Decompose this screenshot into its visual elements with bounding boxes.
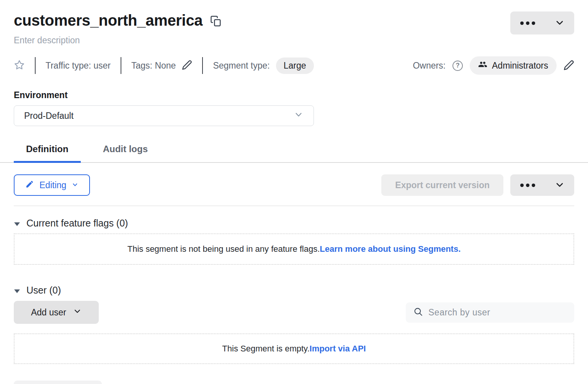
meta-row: Traffic type: user Tags: None Segment ty… (14, 57, 574, 74)
environment-selected-value: Prod-Default (24, 111, 74, 121)
edit-tags-button[interactable] (182, 60, 192, 71)
add-user-label: Add user (31, 307, 66, 318)
feature-flags-section-title: Current feature flags (0) (26, 218, 128, 229)
feature-flags-section-toggle[interactable]: Current feature flags (0) (14, 218, 128, 229)
environment-select[interactable]: Prod-Default (14, 105, 314, 126)
help-icon[interactable]: ? (452, 61, 463, 71)
segment-detail-page: customers_north_america Enter descriptio… (0, 0, 588, 384)
tags-label: Tags: None (131, 61, 176, 71)
description-placeholder[interactable]: Enter description (14, 35, 222, 46)
cut-off-element (14, 381, 102, 384)
editing-status-button[interactable]: Editing (14, 174, 90, 196)
chevron-down-icon (294, 110, 304, 122)
header: customers_north_america Enter descriptio… (14, 0, 574, 46)
title-block: customers_north_america Enter descriptio… (14, 11, 222, 46)
copy-icon (210, 15, 222, 29)
meta-divider (202, 57, 203, 74)
feature-flags-empty-state: This segment is not being used in any fe… (14, 233, 574, 265)
feature-flags-empty-text: This segment is not being used in any fe… (127, 244, 320, 254)
user-controls-row: Add user (14, 301, 574, 324)
star-icon (14, 59, 25, 72)
chevron-down-icon (555, 18, 564, 28)
caret-down-icon (14, 285, 20, 296)
search-by-user-input[interactable] (428, 307, 567, 318)
chevron-down-icon (72, 180, 78, 190)
import-via-api-link[interactable]: Import via API (310, 344, 366, 354)
owners-value: Administrators (492, 61, 548, 71)
segment-type-label: Segment type: (213, 61, 270, 71)
owners-chip[interactable]: Administrators (470, 56, 557, 75)
tab-definition[interactable]: Definition (14, 144, 81, 163)
user-empty-state: This Segment is empty. Import via API (14, 333, 574, 364)
user-empty-text: This Segment is empty. (222, 344, 309, 354)
edit-pencil-icon (25, 180, 34, 191)
user-section-title: User (0) (26, 285, 61, 296)
favorite-star-button[interactable] (14, 59, 25, 72)
page-title: customers_north_america (14, 11, 203, 29)
environment-label: Environment (14, 90, 574, 100)
toolbar-divider (14, 205, 574, 206)
search-icon (413, 307, 423, 318)
toolbar-more-menu-button[interactable] (510, 174, 574, 196)
chevron-down-icon (555, 180, 564, 190)
edit-pencil-icon (182, 60, 192, 71)
more-icon (520, 21, 535, 25)
chevron-down-icon (73, 307, 82, 318)
meta-divider (121, 57, 121, 74)
edit-pencil-icon (564, 60, 574, 72)
more-icon (520, 184, 535, 187)
tab-audit-logs[interactable]: Audit logs (91, 144, 160, 163)
caret-down-icon (14, 218, 20, 229)
segment-type-badge: Large (276, 57, 314, 74)
owners-label: Owners: (413, 61, 446, 71)
add-user-button[interactable]: Add user (14, 301, 99, 324)
copy-name-button[interactable] (210, 15, 222, 29)
editing-label: Editing (39, 180, 66, 190)
search-by-user-container (406, 302, 574, 323)
tab-bar: Definition Audit logs (14, 144, 574, 163)
export-current-version-button[interactable]: Export current version (381, 174, 503, 196)
traffic-type-label: Traffic type: user (46, 61, 111, 71)
header-more-menu-button[interactable] (510, 11, 574, 34)
definition-toolbar: Editing Export current version (14, 174, 574, 196)
meta-divider (35, 57, 36, 74)
people-icon (478, 60, 487, 71)
edit-owners-button[interactable] (564, 60, 574, 72)
learn-more-segments-link[interactable]: Learn more about using Segments. (320, 244, 461, 254)
user-section-toggle[interactable]: User (0) (14, 285, 61, 296)
